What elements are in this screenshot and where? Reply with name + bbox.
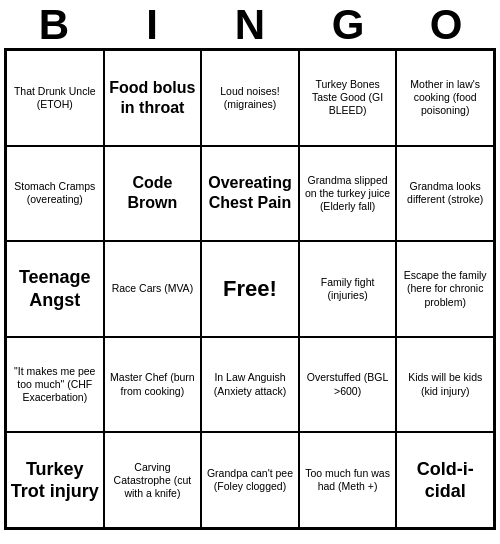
cell-23: Too much fun was had (Meth +) (299, 432, 397, 528)
bingo-title: B I N G O (5, 0, 495, 48)
cell-6: Code Brown (104, 146, 202, 242)
cell-19: Kids will be kids (kid injury) (396, 337, 494, 433)
letter-o: O (401, 4, 491, 46)
bingo-grid: That Drunk Uncle (ETOH)Food bolus in thr… (4, 48, 496, 530)
cell-9: Grandma looks different (stroke) (396, 146, 494, 242)
cell-15: "It makes me pee too much" (CHF Exacerba… (6, 337, 104, 433)
cell-8: Grandma slipped on the turkey juice (Eld… (299, 146, 397, 242)
cell-5: Stomach Cramps (overeating) (6, 146, 104, 242)
cell-14: Escape the family (here for chronic prob… (396, 241, 494, 337)
cell-13: Family fight (injuries) (299, 241, 397, 337)
letter-n: N (205, 4, 295, 46)
cell-20: Turkey Trot injury (6, 432, 104, 528)
cell-7: Overeating Chest Pain (201, 146, 299, 242)
cell-12: Free! (201, 241, 299, 337)
cell-4: Mother in law's cooking (food poisoning) (396, 50, 494, 146)
cell-24: Cold-i-cidal (396, 432, 494, 528)
cell-18: Overstuffed (BGL >600) (299, 337, 397, 433)
cell-22: Grandpa can't pee (Foley clogged) (201, 432, 299, 528)
cell-16: Master Chef (burn from cooking) (104, 337, 202, 433)
cell-11: Race Cars (MVA) (104, 241, 202, 337)
letter-b: B (9, 4, 99, 46)
cell-0: That Drunk Uncle (ETOH) (6, 50, 104, 146)
letter-i: I (107, 4, 197, 46)
cell-21: Carving Catastrophe (cut with a knife) (104, 432, 202, 528)
cell-3: Turkey Bones Taste Good (GI BLEED) (299, 50, 397, 146)
letter-g: G (303, 4, 393, 46)
cell-17: In Law Anguish (Anxiety attack) (201, 337, 299, 433)
cell-2: Loud noises! (migraines) (201, 50, 299, 146)
cell-1: Food bolus in throat (104, 50, 202, 146)
cell-10: Teenage Angst (6, 241, 104, 337)
